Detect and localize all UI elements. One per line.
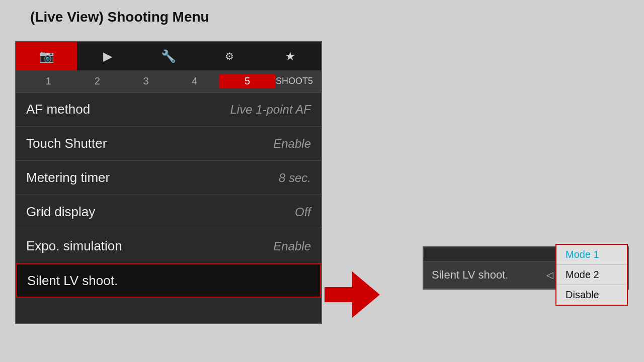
play-icon: ▶ [103, 49, 112, 63]
tab-custom[interactable]: ⚙︎ [199, 42, 260, 70]
expo-simulation-value: Enable [273, 239, 311, 253]
page-title: (Live View) Shooting Menu [30, 9, 209, 25]
grid-display-value: Off [295, 205, 311, 219]
sub-option-mode1[interactable]: Mode 1 [556, 245, 627, 265]
arrow-head [352, 272, 380, 318]
menu-row-expo-simulation[interactable]: Expo. simulation Enable [16, 229, 321, 263]
menu-row-metering-timer[interactable]: Metering timer 8 sec. [16, 161, 321, 195]
num-4[interactable]: 4 [170, 75, 219, 87]
menu-row-grid-display[interactable]: Grid display Off [16, 195, 321, 229]
arrow-right-container [322, 272, 382, 318]
sub-options-wrapper: Mode 1 Mode 2 Disable [555, 244, 628, 306]
silent-lv-label: Silent LV shoot. [27, 273, 310, 289]
touch-shutter-value: Enable [273, 137, 311, 151]
sub-option-mode2[interactable]: Mode 2 [556, 265, 627, 285]
menu-panel: 📷 ▶ 🔧 ⚙︎ ★ 1 2 3 4 5 SHOOT5 AF method Li… [15, 41, 322, 324]
mode-indicator: ◁ [546, 269, 555, 281]
menu-row-touch-shutter[interactable]: Touch Shutter Enable [16, 127, 321, 161]
tab-bar: 📷 ▶ 🔧 ⚙︎ ★ [16, 42, 321, 70]
tab-play[interactable]: ▶ [77, 42, 138, 70]
num-5[interactable]: 5 [219, 74, 276, 88]
num-3[interactable]: 3 [122, 75, 171, 87]
number-row: 1 2 3 4 5 SHOOT5 [16, 70, 321, 93]
camera-icon: 📷 [39, 49, 54, 63]
sub-panel-label: Silent LV shoot. [424, 268, 546, 282]
tab-wrench[interactable]: 🔧 [138, 42, 199, 70]
metering-timer-label: Metering timer [26, 170, 279, 186]
af-method-label: AF method [26, 102, 230, 117]
wrench-icon: 🔧 [161, 49, 176, 63]
sub-panel-row: Silent LV shoot. ◁ Mode 1 Mode 2 Disable [424, 261, 628, 289]
arrow-shaft [325, 287, 352, 302]
grid-display-label: Grid display [26, 204, 295, 220]
menu-row-empty [16, 298, 321, 323]
metering-timer-value: 8 sec. [279, 171, 311, 185]
num-1[interactable]: 1 [24, 75, 73, 87]
expo-simulation-label: Expo. simulation [26, 238, 273, 254]
num-2[interactable]: 2 [73, 75, 122, 87]
touch-shutter-label: Touch Shutter [26, 136, 273, 151]
shoot-label: SHOOT5 [276, 76, 313, 86]
custom-icon: ⚙︎ [225, 50, 234, 62]
star-icon: ★ [285, 49, 296, 63]
tab-camera[interactable]: 📷 [16, 42, 77, 70]
sub-panel: Silent LV shoot. ◁ Mode 1 Mode 2 Disable [423, 246, 629, 290]
menu-row-silent-lv[interactable]: Silent LV shoot. [16, 263, 321, 298]
sub-option-disable[interactable]: Disable [556, 285, 627, 305]
af-method-value: Live 1-point AF [230, 103, 311, 117]
tab-star[interactable]: ★ [260, 42, 321, 70]
menu-row-af-method[interactable]: AF method Live 1-point AF [16, 93, 321, 127]
